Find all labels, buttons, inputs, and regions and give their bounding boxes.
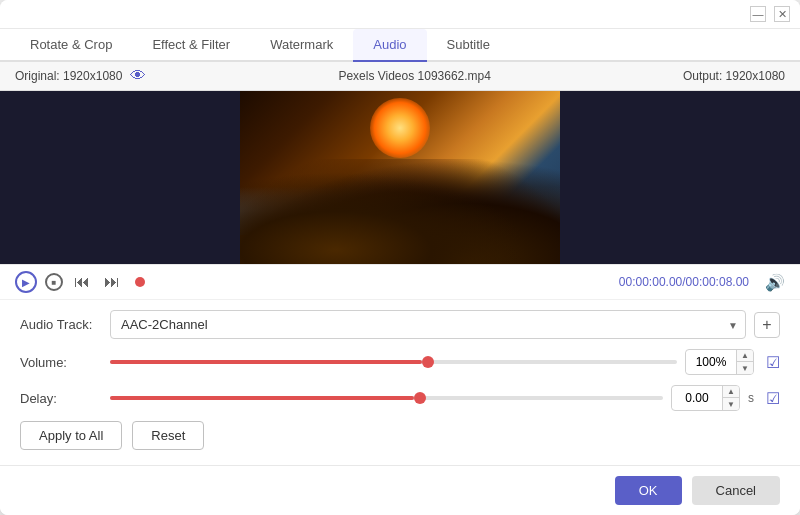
- delay-spinner: ▲ ▼: [722, 386, 739, 410]
- apply-to-all-button[interactable]: Apply to All: [20, 421, 122, 450]
- total-time: 00:00:08.00: [686, 275, 749, 289]
- volume-input-container: ▲ ▼: [685, 349, 754, 375]
- controls-panel: Audio Track: AAC-2Channel MP3-Stereo AC3…: [0, 299, 800, 465]
- delay-slider[interactable]: [110, 396, 663, 400]
- video-info-bar: Original: 1920x1080 👁 Pexels Videos 1093…: [0, 62, 800, 91]
- delay-input-container: ▲ ▼: [671, 385, 740, 411]
- current-time: 00:00:00.00: [619, 275, 682, 289]
- record-indicator: [135, 277, 145, 287]
- stop-button[interactable]: ■: [45, 273, 63, 291]
- delay-check-icon[interactable]: ☑: [766, 389, 780, 408]
- filename: Pexels Videos 1093662.mp4: [338, 69, 491, 83]
- tab-watermark[interactable]: Watermark: [250, 29, 353, 62]
- tab-subtitle[interactable]: Subtitle: [427, 29, 510, 62]
- footer: OK Cancel: [0, 465, 800, 515]
- time-display: 00:00:00.00/00:00:08.00: [619, 275, 749, 289]
- video-preview: [240, 91, 560, 264]
- original-resolution: Original: 1920x1080: [15, 69, 122, 83]
- delay-unit: s: [748, 391, 754, 405]
- audio-track-row: Audio Track: AAC-2Channel MP3-Stereo AC3…: [20, 310, 780, 339]
- action-buttons-row: Apply to All Reset: [20, 421, 780, 450]
- add-audio-track-button[interactable]: +: [754, 312, 780, 338]
- tab-effect[interactable]: Effect & Filter: [132, 29, 250, 62]
- volume-up-button[interactable]: ▲: [737, 350, 753, 362]
- delay-label: Delay:: [20, 391, 110, 406]
- rocks-overlay: [240, 159, 560, 265]
- tab-audio[interactable]: Audio: [353, 29, 426, 62]
- prev-frame-button[interactable]: ⏮: [71, 273, 93, 291]
- reset-button[interactable]: Reset: [132, 421, 204, 450]
- volume-spinner: ▲ ▼: [736, 350, 753, 374]
- video-container: [0, 91, 800, 264]
- minimize-button[interactable]: —: [750, 6, 766, 22]
- volume-input[interactable]: [686, 352, 736, 372]
- tab-bar: Rotate & Crop Effect & Filter Watermark …: [0, 29, 800, 62]
- ok-button[interactable]: OK: [615, 476, 682, 505]
- delay-slider-fill: [110, 396, 414, 400]
- volume-row: Volume: ▲ ▼ ☑: [20, 349, 780, 375]
- main-window: — ✕ Rotate & Crop Effect & Filter Waterm…: [0, 0, 800, 515]
- volume-icon[interactable]: 🔊: [765, 273, 785, 292]
- original-info: Original: 1920x1080 👁: [15, 67, 146, 85]
- audio-track-select[interactable]: AAC-2Channel MP3-Stereo AC3-5.1: [110, 310, 746, 339]
- delay-down-button[interactable]: ▼: [723, 398, 739, 410]
- audio-track-label: Audio Track:: [20, 317, 110, 332]
- output-resolution: Output: 1920x1080: [683, 69, 785, 83]
- close-button[interactable]: ✕: [774, 6, 790, 22]
- volume-label: Volume:: [20, 355, 110, 370]
- sun-glow: [370, 98, 430, 158]
- audio-track-dropdown-container: AAC-2Channel MP3-Stereo AC3-5.1 ▼: [110, 310, 746, 339]
- playback-bar: ▶ ■ ⏮ ⏭ 00:00:00.00/00:00:08.00 🔊: [0, 264, 800, 299]
- window-controls: — ✕: [750, 6, 790, 22]
- delay-content: ▲ ▼ s ☑: [110, 385, 780, 411]
- next-frame-button[interactable]: ⏭: [101, 273, 123, 291]
- delay-row: Delay: ▲ ▼ s ☑: [20, 385, 780, 411]
- eye-icon[interactable]: 👁: [130, 67, 146, 85]
- video-frame: [240, 91, 560, 264]
- cancel-button[interactable]: Cancel: [692, 476, 780, 505]
- delay-up-button[interactable]: ▲: [723, 386, 739, 398]
- delay-slider-thumb[interactable]: [414, 392, 426, 404]
- volume-down-button[interactable]: ▼: [737, 362, 753, 374]
- volume-content: ▲ ▼ ☑: [110, 349, 780, 375]
- delay-input[interactable]: [672, 388, 722, 408]
- volume-slider-fill: [110, 360, 422, 364]
- play-button[interactable]: ▶: [15, 271, 37, 293]
- volume-slider[interactable]: [110, 360, 677, 364]
- volume-check-icon[interactable]: ☑: [766, 353, 780, 372]
- tab-rotate[interactable]: Rotate & Crop: [10, 29, 132, 62]
- title-bar: — ✕: [0, 0, 800, 29]
- volume-slider-thumb[interactable]: [422, 356, 434, 368]
- audio-track-content: AAC-2Channel MP3-Stereo AC3-5.1 ▼ +: [110, 310, 780, 339]
